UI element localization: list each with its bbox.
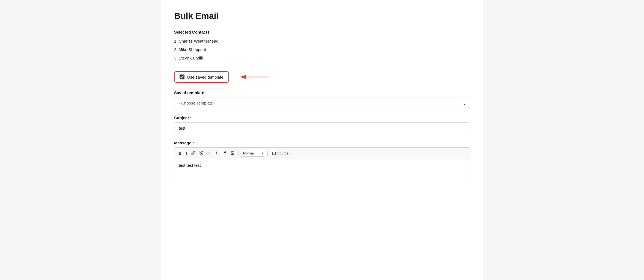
toolbar-divider	[238, 151, 238, 156]
use-saved-template-label[interactable]: Use saved template	[174, 71, 229, 83]
svg-point-8	[208, 154, 208, 154]
page-title: Bulk Email	[174, 11, 470, 21]
format-select-wrapper: Normal Heading 1 Heading 2 Heading 3 ▼	[241, 150, 265, 157]
selected-contacts-section: Selected Contacts 1. Charles Weatherhead…	[174, 30, 470, 60]
saved-template-group: Saved template - Choose Template - ⌄	[174, 90, 470, 109]
message-editor: B I	[174, 147, 470, 181]
bold-button[interactable]: B	[177, 150, 183, 156]
message-label: Message *	[174, 141, 470, 145]
arrow-indicator	[238, 73, 270, 81]
subject-input[interactable]	[174, 122, 470, 134]
editor-toolbar: B I	[174, 148, 470, 159]
use-saved-template-text: Use saved template	[187, 75, 223, 79]
contact-name: Steve Cundill	[179, 56, 203, 60]
contact-index: 2.	[174, 47, 179, 52]
message-content[interactable]: test test test	[174, 159, 470, 181]
template-select-wrapper: - Choose Template - ⌄	[174, 97, 470, 109]
unlink-button[interactable]	[198, 150, 205, 157]
link-button[interactable]	[190, 150, 197, 157]
source-button[interactable]: Source	[270, 150, 291, 156]
page-container: Bulk Email Selected Contacts 1. Charles …	[161, 0, 483, 280]
subject-group: Subject *	[174, 115, 470, 134]
svg-point-16	[232, 152, 232, 153]
contact-list: 1. Charles Weatherhead 2. Mike Shepperd …	[174, 39, 470, 60]
format-chevron-icon: ▼	[261, 152, 264, 155]
svg-point-6	[208, 152, 208, 152]
subject-required-star: *	[190, 115, 192, 120]
contact-index: 3.	[174, 56, 179, 60]
template-checkbox-row: Use saved template	[174, 71, 470, 83]
list-item: 3. Steve Cundill	[174, 56, 470, 60]
toolbar-divider-2	[267, 151, 268, 156]
message-group: Message * B I	[174, 141, 470, 181]
italic-button[interactable]: I	[184, 150, 189, 156]
contact-name: Mike Shepperd	[179, 47, 206, 52]
svg-point-7	[208, 153, 208, 153]
image-button[interactable]	[229, 150, 236, 157]
svg-text:3: 3	[216, 153, 217, 154]
source-label: Source	[277, 151, 288, 155]
use-saved-template-checkbox[interactable]	[180, 75, 184, 79]
unordered-list-button[interactable]	[206, 150, 213, 157]
contact-index: 1.	[174, 39, 179, 43]
blockquote-button[interactable]: “	[222, 150, 228, 157]
ordered-list-button[interactable]: 1 2 3	[214, 150, 221, 157]
selected-contacts-label: Selected Contacts	[174, 30, 470, 34]
subject-label: Subject *	[174, 115, 470, 120]
template-select[interactable]: - Choose Template -	[174, 97, 470, 109]
contact-name: Charles Weatherhead	[179, 39, 219, 43]
list-item: 1. Charles Weatherhead	[174, 39, 470, 43]
message-required-star: *	[192, 141, 194, 145]
saved-template-label: Saved template	[174, 90, 470, 95]
format-select[interactable]: Normal Heading 1 Heading 2 Heading 3	[242, 151, 261, 156]
list-item: 2. Mike Shepperd	[174, 47, 470, 52]
